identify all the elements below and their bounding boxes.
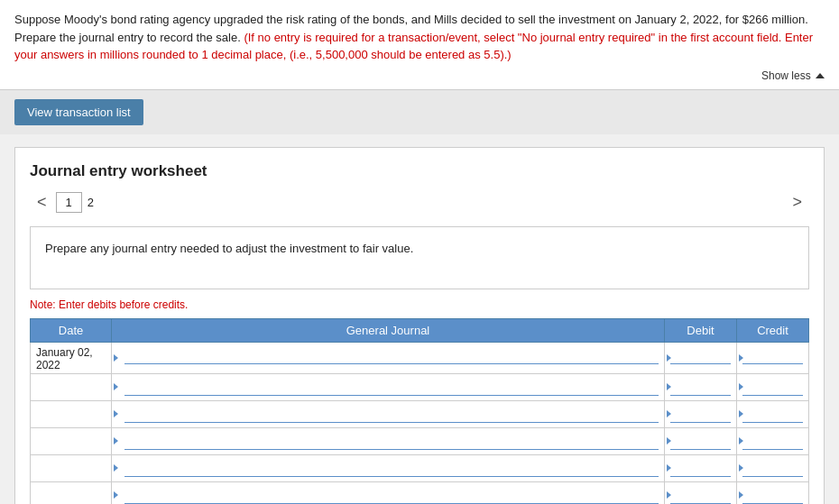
debit-input-4[interactable] [670,432,731,450]
debit-cell-1[interactable] [665,342,737,373]
page-1-button[interactable]: 1 [56,192,82,213]
table-row [31,373,809,400]
next-page-button[interactable]: > [785,191,809,214]
journal-input-6[interactable] [124,486,659,504]
note-text: Note: Enter debits before credits. [30,298,809,311]
credit-cell-5[interactable] [737,454,809,481]
date-cell-3 [31,400,112,427]
journal-instruction-text: Prepare any journal entry needed to adju… [45,242,413,255]
date-cell-1: January 02,2022 [31,342,112,373]
arrow-icon-debit-3 [667,410,671,417]
arrow-icon-4 [114,437,118,444]
header-credit: Credit [737,318,809,342]
header-debit: Debit [665,318,737,342]
debit-cell-4[interactable] [665,427,737,454]
arrow-icon-credit-2 [739,383,743,390]
credit-input-4[interactable] [742,432,803,450]
credit-input-2[interactable] [742,378,803,396]
journal-cell-3[interactable] [112,400,665,427]
credit-cell-6[interactable] [737,481,809,504]
arrow-icon-2 [114,383,118,390]
arrow-icon-debit-2 [667,383,671,390]
credit-input-5[interactable] [742,459,803,477]
worksheet-card: Journal entry worksheet < 1 2 > Prepare … [14,147,825,505]
journal-cell-5[interactable] [112,454,665,481]
debit-input-3[interactable] [670,405,731,423]
journal-input-4[interactable] [124,432,659,450]
arrow-icon-debit-5 [667,464,671,472]
debit-cell-2[interactable] [665,373,737,400]
arrow-icon-credit-6 [739,491,743,499]
journal-instruction-box: Prepare any journal entry needed to adju… [30,226,809,289]
debit-cell-6[interactable] [665,481,737,504]
credit-input-3[interactable] [742,405,803,423]
arrow-icon-5 [114,464,118,472]
credit-cell-2[interactable] [737,373,809,400]
journal-input-3[interactable] [124,405,659,423]
table-row [31,400,809,427]
table-row [31,454,809,481]
date-cell-4 [31,427,112,454]
journal-cell-4[interactable] [112,427,665,454]
triangle-up-icon [816,73,825,78]
instruction-text: Suppose Moody's bond rating agency upgra… [14,11,825,64]
arrow-icon-credit-5 [739,464,743,472]
page-2-button[interactable]: 2 [88,196,94,209]
journal-input-5[interactable] [124,459,659,477]
arrow-icon-3 [114,410,118,417]
debit-input-2[interactable] [670,378,731,396]
date-cell-6 [31,481,112,504]
arrow-icon-debit-4 [667,437,671,444]
arrow-icon-debit-6 [667,491,671,499]
debit-cell-5[interactable] [665,454,737,481]
journal-input-2[interactable] [124,378,659,396]
table-row [31,427,809,454]
show-less-button[interactable]: Show less [14,69,825,82]
arrow-icon-credit-4 [739,437,743,444]
date-cell-5 [31,454,112,481]
journal-cell-2[interactable] [112,373,665,400]
debit-input-5[interactable] [670,459,731,477]
header-general-journal: General Journal [112,318,665,342]
arrow-icon-debit-1 [667,354,671,362]
credit-cell-1[interactable] [737,342,809,373]
table-row: January 02,2022 [31,342,809,373]
table-row [31,481,809,504]
journal-cell-1[interactable] [112,342,665,373]
arrow-icon-credit-3 [739,410,743,417]
debit-cell-3[interactable] [665,400,737,427]
debit-input-6[interactable] [670,486,731,504]
arrow-icon-credit-1 [739,354,743,362]
worksheet-title: Journal entry worksheet [30,162,809,180]
credit-cell-3[interactable] [737,400,809,427]
journal-cell-6[interactable] [112,481,665,504]
debit-input-1[interactable] [670,346,731,364]
instruction-area: Suppose Moody's bond rating agency upgra… [0,0,839,90]
view-transaction-button[interactable]: View transaction list [14,99,143,125]
arrow-icon-1 [114,354,118,362]
credit-input-1[interactable] [742,346,803,364]
nav-row: < 1 2 > [30,191,809,214]
credit-input-6[interactable] [742,486,803,504]
journal-input-1[interactable] [124,346,659,364]
show-less-label: Show less [761,69,811,82]
prev-page-button[interactable]: < [30,191,54,214]
arrow-icon-6 [114,491,118,499]
date-cell-2 [31,373,112,400]
journal-table: Date General Journal Debit Credit Januar… [30,318,809,505]
header-date: Date [31,318,112,342]
button-area: View transaction list [0,90,839,134]
credit-cell-4[interactable] [737,427,809,454]
